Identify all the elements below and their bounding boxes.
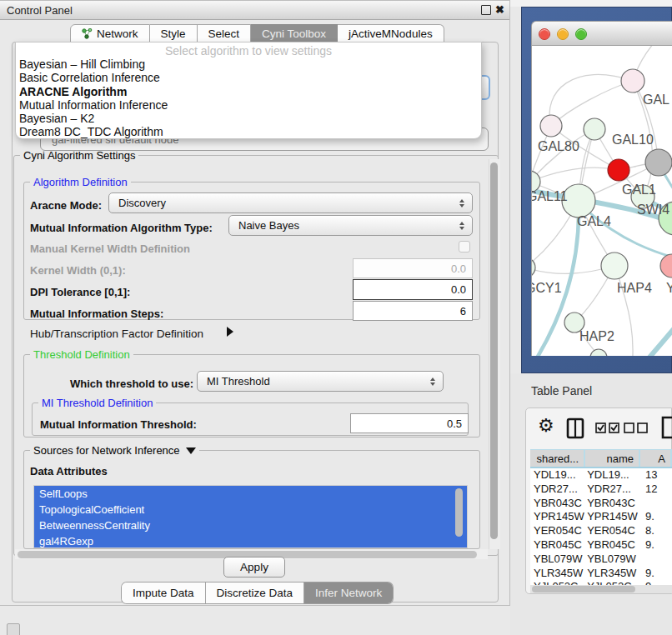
network-node-label: HAP4 [617, 281, 652, 295]
kernel-width-label: Kernel Width (0,1): [30, 264, 126, 277]
network-node[interactable] [645, 149, 672, 176]
tab-infer-network[interactable]: Infer Network [304, 582, 393, 603]
aracne-mode-value: Discovery [118, 197, 166, 209]
table-cell: YBR043C [530, 497, 585, 511]
table-row[interactable]: YER054CYER054C8. [530, 524, 672, 538]
table-row[interactable]: YBR045CYBR045C9. [530, 538, 672, 552]
network-node[interactable] [621, 69, 644, 92]
mac-zoom-button[interactable] [575, 28, 587, 40]
table-row[interactable]: YDR27...YDR27...12 [530, 482, 672, 497]
mi-steps-value: 6 [460, 305, 466, 318]
table-cell: 9. [640, 567, 672, 581]
tab-impute-data[interactable]: Impute Data [122, 582, 206, 603]
table-cell: YPR145W [530, 510, 585, 524]
tab-label: Network [97, 28, 138, 40]
tab-style[interactable]: Style [150, 24, 198, 43]
which-threshold-combobox[interactable]: MI Threshold [197, 371, 444, 392]
mi-type-label: Mutual Information Algorithm Type: [30, 222, 213, 234]
control-panel-titlebar[interactable]: Control Panel ✖ [0, 1, 509, 20]
algorithm-option-aracne-algorithm[interactable]: ARACNE Algorithm [16, 85, 481, 98]
algorithm-dropdown-popup: Select algorithm to view settings Bayesi… [15, 42, 482, 139]
table-cell: YPR145W [585, 510, 640, 524]
algorithm-option-bayesian-k2[interactable]: Bayesian – K2 [16, 112, 481, 125]
float-window-icon[interactable] [481, 5, 491, 15]
table-row[interactable]: YLR345WYLR345W9. [530, 567, 672, 581]
aracne-mode-combobox[interactable]: Discovery [108, 192, 473, 213]
mi-type-value: Naive Bayes [238, 219, 299, 232]
tab-network[interactable]: Network [70, 24, 150, 43]
hub-section-label[interactable]: Hub/Transcription Factor Definition [30, 328, 203, 340]
tab-label: Infer Network [315, 587, 382, 599]
minimized-panel-chip[interactable] [7, 623, 20, 635]
table-row[interactable]: YBR043CYBR043C [530, 497, 672, 511]
mac-close-button[interactable] [539, 28, 550, 40]
control-panel-tabs: NetworkStyleSelectCyni ToolboxjActiveMNo… [70, 24, 444, 43]
mac-minimize-button[interactable] [557, 28, 569, 40]
algorithm-option-basic-correlation-inference[interactable]: Basic Correlation Inference [16, 71, 481, 84]
column-header-shared[interactable]: shared... [530, 450, 584, 467]
tab-cyni-toolbox[interactable]: Cyni Toolbox [251, 24, 338, 43]
kernel-width-value: 0.0 [451, 262, 466, 275]
tab-discretize-data[interactable]: Discretize Data [206, 582, 305, 603]
column-header-name[interactable]: name [585, 450, 639, 467]
mi-type-combobox[interactable]: Naive Bayes [228, 215, 473, 236]
combo-stepper-icon [430, 378, 435, 386]
column-header-a[interactable]: A [640, 450, 670, 467]
select-all-checkboxes-icon[interactable] [595, 422, 620, 433]
close-icon[interactable]: ✖ [495, 3, 504, 16]
apply-button[interactable]: Apply [223, 557, 285, 578]
collapse-arrow-icon[interactable] [186, 448, 196, 454]
attribute-item-topologicalcoefficient[interactable]: TopologicalCoefficient [34, 502, 467, 518]
kernel-width-field[interactable]: 0.0 [353, 258, 473, 278]
algorithm-option-dream8-dc-tdc-algorithm[interactable]: Dream8 DC_TDC Algorithm [16, 125, 481, 138]
network-node[interactable] [601, 252, 628, 279]
dpi-tolerance-field[interactable]: 0.0 [353, 279, 473, 300]
network-node[interactable] [584, 118, 605, 140]
attributes-scrollbar-thumb[interactable] [455, 488, 463, 537]
settings-vscrollbar-thumb[interactable] [490, 162, 498, 539]
attribute-item-betweennesscentrality[interactable]: BetweennessCentrality [34, 518, 467, 533]
table-row[interactable]: YBL079WYBL079W [530, 552, 672, 567]
mi-steps-field[interactable]: 6 [353, 301, 473, 321]
tab-label: Select [208, 28, 240, 40]
network-node[interactable] [608, 159, 629, 181]
manual-kernel-checkbox[interactable] [459, 241, 470, 252]
network-graph: GALGAL80GAL10GAL1GAL11SWI4GAL4GCY1HAP4YH… [532, 46, 672, 356]
network-canvas[interactable]: GALGAL80GAL10GAL1GAL11SWI4GAL4GCY1HAP4YH… [531, 46, 672, 356]
table-cell: YBL079W [585, 552, 640, 567]
mi-threshold-field[interactable]: 0.5 [350, 413, 469, 433]
tab-select[interactable]: Select [198, 24, 252, 43]
attribute-item-selfloops[interactable]: SelfLoops [34, 486, 467, 502]
tab-jactivemnodules[interactable]: jActiveMNodules [338, 24, 444, 43]
network-edge [549, 74, 633, 126]
table-hscrollbar-thumb[interactable] [532, 586, 635, 592]
dpi-tolerance-value: 0.0 [451, 283, 466, 296]
network-edge-highlighted [592, 294, 672, 356]
table-rows[interactable]: YDL19...YDL19...13YDR27...YDR27...12YBR0… [530, 468, 672, 585]
document-icon[interactable] [661, 416, 672, 439]
attribute-item-gal4rgexp[interactable]: gal4RGexp [34, 533, 467, 548]
network-edge-highlighted [532, 202, 579, 356]
gear-icon[interactable]: ⚙ [538, 415, 554, 437]
data-attributes-list[interactable]: SelfLoopsTopologicalCoefficientBetweenne… [33, 485, 468, 548]
network-node[interactable] [660, 254, 672, 278]
table-row[interactable]: YPR145WYPR145W9. [530, 510, 672, 524]
table-cell [640, 552, 672, 567]
table-cell: 9. [640, 538, 672, 552]
network-node[interactable] [590, 349, 607, 356]
algorithm-option-bayesian-hill-climbing[interactable]: Bayesian – Hill Climbing [16, 58, 481, 71]
deselect-all-checkboxes-icon[interactable] [624, 422, 649, 433]
which-threshold-label: Which threshold to use: [70, 378, 193, 390]
split-columns-icon[interactable] [566, 418, 584, 439]
algorithm-option-mutual-information-inference[interactable]: Mutual Information Inference [16, 98, 481, 112]
expand-arrow-icon[interactable] [227, 327, 233, 337]
table-row[interactable]: YDL19...YDL19...13 [530, 468, 672, 482]
tab-label: Style [161, 28, 186, 40]
control-panel-bottom-tabs: Impute DataDiscretize DataInfer Network [122, 582, 393, 603]
table-header[interactable]: shared...nameA [530, 449, 672, 468]
network-edge [532, 168, 619, 182]
apply-button-label: Apply [240, 561, 268, 573]
network-window-titlebar[interactable] [531, 21, 672, 46]
sources-group-title[interactable]: Sources for Network Inference [30, 444, 199, 457]
network-node[interactable] [540, 115, 562, 137]
